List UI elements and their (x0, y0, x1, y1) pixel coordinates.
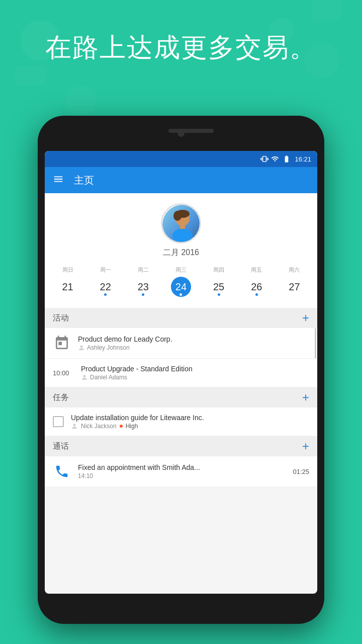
day-22[interactable]: 22 (96, 277, 116, 297)
svg-point-2 (65, 86, 96, 116)
day-header-fri: 周五 (246, 266, 266, 274)
task-sub-1: Nick Jackson High (71, 423, 309, 430)
avatar[interactable] (161, 203, 201, 244)
activity-title-2: Product Upgrade - Standard Edition (81, 365, 309, 373)
user-icon-task-1 (71, 423, 78, 430)
avatar-image (162, 205, 201, 244)
day-header-mon: 周一 (96, 266, 116, 274)
task-checkbox-1[interactable] (53, 416, 64, 427)
activity-person-1: Ashley Johnson (87, 344, 130, 351)
headline: 在路上达成更多交易。 (0, 30, 362, 65)
activity-sub-2: Daniel Adams (81, 374, 309, 381)
phone-frame: 16:21 主页 (38, 116, 324, 624)
calendar-week: 周日 周一 周二 周三 周四 周五 周六 21 22 23 24 25 26 2… (45, 263, 317, 303)
scroll-indicator (315, 328, 316, 358)
activity-item-2[interactable]: 10:00 Product Upgrade - Standard Edition… (45, 359, 317, 387)
task-title-1: Update installation guide for Litewaare … (71, 414, 309, 422)
task-item-1[interactable]: Update installation guide for Litewaare … (45, 408, 317, 436)
status-icons (260, 155, 292, 163)
tasks-section-header: 任务 + (45, 387, 317, 408)
svg-rect-4 (15, 65, 45, 86)
day-header-sat: 周六 (284, 266, 304, 274)
activity-person-2: Daniel Adams (90, 374, 127, 381)
calls-section-header: 通话 + (45, 436, 317, 456)
profile-section: 二月 2016 周日 周一 周二 周三 周四 周五 周六 21 22 23 24 (45, 193, 317, 308)
call-time-1: 14:10 (78, 472, 286, 479)
day-27[interactable]: 27 (284, 277, 304, 297)
day-header-sun: 周日 (58, 266, 78, 274)
add-activity-button[interactable]: + (302, 312, 309, 324)
task-content-1: Update installation guide for Litewaare … (71, 414, 309, 430)
call-icon-1 (53, 462, 71, 480)
day-23[interactable]: 23 (133, 277, 153, 297)
activities-section-header: 活动 + (45, 308, 317, 328)
day-25[interactable]: 25 (209, 277, 229, 297)
day-24[interactable]: 24 (171, 277, 191, 297)
hamburger-icon[interactable] (53, 174, 64, 187)
speaker (168, 129, 214, 133)
status-time: 16:21 (295, 155, 311, 163)
add-task-button[interactable]: + (302, 391, 309, 404)
user-icon-2 (81, 374, 88, 381)
vibrate-icon (260, 155, 268, 163)
day-26[interactable]: 26 (246, 277, 266, 297)
priority-dot-1 (120, 425, 123, 428)
activity-title-1: Product demo for Leady Corp. (78, 335, 309, 343)
task-person-1: Nick Jackson (81, 423, 117, 430)
call-title-1: Fixed an appointment with Smith Ada... (78, 463, 286, 471)
day-21[interactable]: 21 (58, 277, 78, 297)
call-duration-1: 01:25 (293, 468, 309, 475)
user-icon-1 (78, 344, 85, 351)
battery-icon (282, 155, 292, 163)
activity-content-1: Product demo for Leady Corp. Ashley John… (78, 335, 309, 351)
calls-title: 通话 (53, 441, 69, 452)
svg-rect-5 (312, 0, 342, 20)
svg-rect-11 (180, 224, 185, 229)
call-item-1[interactable]: Fixed an appointment with Smith Ada... 1… (45, 456, 317, 487)
day-headers: 周日 周一 周二 周三 周四 周五 周六 (45, 265, 317, 275)
activities-title: 活动 (53, 313, 69, 324)
month-label: 二月 2016 (163, 248, 199, 258)
app-bar: 主页 (45, 167, 317, 193)
day-numbers: 21 22 23 24 25 26 27 (45, 275, 317, 299)
activity-content-2: Product Upgrade - Standard Edition Danie… (81, 365, 309, 381)
phone-screen: 16:21 主页 (45, 151, 317, 594)
tasks-title: 任务 (53, 392, 69, 403)
svg-point-10 (172, 228, 193, 244)
day-header-thu: 周四 (209, 266, 229, 274)
call-content-1: Fixed an appointment with Smith Ada... 1… (78, 463, 286, 479)
status-bar: 16:21 (45, 151, 317, 167)
day-header-tue: 周二 (133, 266, 153, 274)
activity-sub-1: Ashley Johnson (78, 344, 309, 351)
add-call-button[interactable]: + (302, 440, 309, 452)
wifi-icon (271, 155, 279, 163)
calendar-icon-1 (53, 334, 71, 352)
activity-item-1[interactable]: Product demo for Leady Corp. Ashley John… (45, 328, 317, 359)
svg-point-9 (173, 211, 182, 221)
day-header-wed: 周三 (171, 266, 191, 274)
task-priority-1: High (126, 423, 138, 430)
activity-time-2: 10:00 (53, 369, 74, 377)
app-title: 主页 (74, 174, 94, 187)
